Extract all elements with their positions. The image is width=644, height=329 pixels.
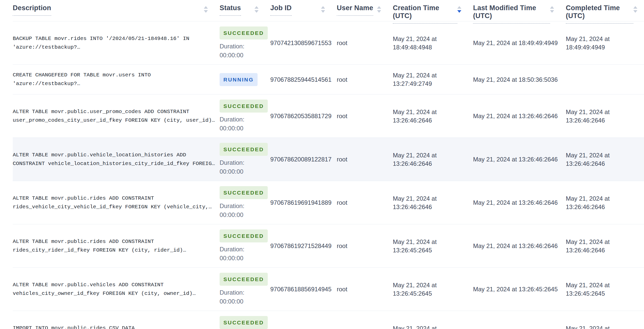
- sort-icon[interactable]: [204, 6, 208, 13]
- creation-time-cell: May 21, 2024 at 13:26:46:2646: [393, 108, 473, 125]
- completed-time-cell: May 21, 2024 at 18:49:49:4949: [566, 35, 644, 51]
- table-row[interactable]: ALTER TABLE movr.public.vehicle_location…: [13, 138, 644, 181]
- duration-label: Duration:: [220, 159, 244, 166]
- sort-desc-icon: [254, 10, 259, 13]
- sort-desc-icon: [550, 10, 554, 13]
- status-badge: SUCCEEDED: [220, 186, 268, 199]
- column-label-last_modified_time: Last Modified Time (UTC): [473, 4, 550, 24]
- user-name-cell: root: [337, 242, 393, 250]
- description-cell[interactable]: CREATE CHANGEFEED FOR TABLE movr.users I…: [13, 71, 220, 88]
- duration-value: 00:00:00: [220, 51, 263, 59]
- status-badge: RUNNING: [220, 73, 258, 86]
- job-id-cell: 970678620535881729: [270, 112, 337, 120]
- sort-asc-icon: [254, 6, 259, 9]
- status-cell: SUCCEEDEDDuration:00:00:00: [220, 316, 270, 329]
- column-header-last_modified_time[interactable]: Last Modified Time (UTC): [473, 4, 566, 21]
- status-cell: SUCCEEDEDDuration:00:00:00: [220, 273, 270, 306]
- table-row[interactable]: ALTER TABLE movr.public.vehicles ADD CON…: [13, 268, 644, 311]
- completed-time-cell: May 21, 2024 at 13:26:46:2646: [566, 238, 644, 254]
- duration-value: 00:00:00: [220, 124, 263, 132]
- user-name-cell: root: [337, 39, 393, 47]
- last-modified-time-cell: May 21, 2024 at 13:26:46:2646: [473, 112, 566, 120]
- last-modified-time-cell: May 21, 2024 at 13:26:46:2646: [473, 155, 566, 163]
- description-cell[interactable]: IMPORT INTO movr.public.rides CSV DATA (…: [13, 324, 220, 329]
- sort-icon[interactable]: [254, 6, 259, 13]
- last-modified-time-cell: May 21, 2024 at 18:49:49:4949: [473, 39, 566, 47]
- creation-time-cell: May 21, 2024 at 13:26:46:2646: [393, 151, 473, 168]
- status-cell: SUCCEEDEDDuration:00:00:00: [220, 100, 270, 132]
- user-name-cell: root: [337, 112, 393, 120]
- user-name-cell: root: [337, 155, 393, 163]
- description-cell[interactable]: ALTER TABLE movr.public.vehicles ADD CON…: [13, 281, 220, 298]
- status-badge: SUCCEEDED: [220, 100, 268, 113]
- status-badge: SUCCEEDED: [220, 273, 268, 286]
- creation-time-cell: May 21, 2024 at 13:26:43:2643: [393, 324, 473, 329]
- sort-icon[interactable]: [377, 6, 381, 13]
- column-header-user_name[interactable]: User Name: [337, 4, 393, 21]
- duration-block: Duration:00:00:00: [220, 158, 263, 176]
- table-row[interactable]: ALTER TABLE movr.public.user_promo_codes…: [13, 94, 644, 138]
- column-label-description: Description: [13, 4, 51, 16]
- sort-asc-icon: [633, 6, 637, 9]
- sort-asc-icon: [321, 6, 325, 9]
- sort-icon[interactable]: [321, 6, 325, 13]
- table-row[interactable]: CREATE CHANGEFEED FOR TABLE movr.users I…: [13, 65, 644, 94]
- duration-label: Duration:: [220, 289, 244, 296]
- table-body: BACKUP TABLE movr.rides INTO '/2024/05/2…: [13, 21, 644, 329]
- creation-time-cell: May 21, 2024 at 13:27:49:2749: [393, 71, 473, 88]
- last-modified-time-cell: May 21, 2024 at 13:26:46:2646: [473, 198, 566, 207]
- duration-value: 00:00:00: [220, 211, 263, 219]
- status-cell: SUCCEEDEDDuration:00:00:00: [220, 229, 270, 262]
- sort-icon[interactable]: [633, 6, 637, 13]
- creation-time-cell: May 21, 2024 at 13:26:45:2645: [393, 238, 473, 254]
- sort-icon[interactable]: [457, 6, 461, 13]
- duration-value: 00:00:00: [220, 297, 263, 306]
- duration-value: 00:00:00: [220, 167, 263, 176]
- duration-label: Duration:: [220, 116, 244, 123]
- description-cell[interactable]: ALTER TABLE movr.public.rides ADD CONSTR…: [13, 194, 220, 211]
- status-badge: SUCCEEDED: [220, 229, 268, 242]
- duration-label: Duration:: [220, 246, 244, 253]
- column-header-creation_time[interactable]: Creation Time (UTC): [393, 4, 473, 21]
- description-cell[interactable]: ALTER TABLE movr.public.vehicle_location…: [13, 151, 220, 168]
- status-badge: SUCCEEDED: [220, 143, 268, 156]
- column-label-user_name: User Name: [337, 4, 373, 16]
- status-badge: SUCCEEDED: [220, 26, 268, 39]
- table-row[interactable]: BACKUP TABLE movr.rides INTO '/2024/05/2…: [13, 21, 644, 65]
- creation-time-cell: May 21, 2024 at 18:49:48:4948: [393, 35, 473, 51]
- job-id-cell: 970678620089122817: [270, 155, 337, 163]
- column-label-completed_time: Completed Time (UTC): [566, 4, 633, 24]
- duration-label: Duration:: [220, 202, 244, 209]
- duration-block: Duration:00:00:00: [220, 115, 263, 132]
- column-header-description[interactable]: Description: [13, 4, 220, 21]
- column-header-job_id[interactable]: Job ID: [270, 4, 337, 21]
- creation-time-cell: May 21, 2024 at 13:26:46:2646: [393, 194, 473, 211]
- sort-desc-icon: [457, 10, 461, 13]
- description-cell[interactable]: ALTER TABLE movr.public.user_promo_codes…: [13, 107, 220, 125]
- column-label-creation_time: Creation Time (UTC): [393, 4, 457, 24]
- last-modified-time-cell: May 21, 2024 at 18:50:36:5036: [473, 75, 566, 84]
- status-cell: SUCCEEDEDDuration:00:00:00: [220, 186, 270, 219]
- status-cell: SUCCEEDEDDuration:00:00:00: [220, 26, 270, 59]
- sort-icon[interactable]: [550, 6, 554, 13]
- description-cell[interactable]: BACKUP TABLE movr.rides INTO '/2024/05/2…: [13, 34, 220, 52]
- jobs-table: DescriptionStatusJob IDUser NameCreation…: [0, 0, 644, 329]
- table-row[interactable]: ALTER TABLE movr.public.rides ADD CONSTR…: [13, 181, 644, 224]
- creation-time-cell: May 21, 2024 at 13:26:45:2645: [393, 281, 473, 298]
- sort-desc-icon: [377, 10, 381, 13]
- completed-time-cell: May 21, 2024 at 13:26:46:2646: [566, 194, 644, 211]
- table-row[interactable]: IMPORT INTO movr.public.rides CSV DATA (…: [13, 311, 644, 329]
- sort-asc-icon: [550, 6, 554, 9]
- job-id-cell: 970678619691941889: [270, 198, 337, 207]
- last-modified-time-cell: May 21, 2024 at 13:26:45:2645: [473, 285, 566, 293]
- user-name-cell: root: [337, 198, 393, 207]
- column-header-status[interactable]: Status: [220, 4, 270, 21]
- table-row[interactable]: ALTER TABLE movr.public.rides ADD CONSTR…: [13, 224, 644, 268]
- duration-block: Duration:00:00:00: [220, 202, 263, 219]
- duration-block: Duration:00:00:00: [220, 288, 263, 306]
- last-modified-time-cell: May 21, 2024 at 13:26:46:2646: [473, 242, 566, 250]
- sort-desc-icon: [633, 10, 637, 13]
- description-cell[interactable]: ALTER TABLE movr.public.rides ADD CONSTR…: [13, 237, 220, 255]
- status-cell: SUCCEEDEDDuration:00:00:00: [220, 143, 270, 176]
- column-header-completed_time[interactable]: Completed Time (UTC): [566, 4, 644, 21]
